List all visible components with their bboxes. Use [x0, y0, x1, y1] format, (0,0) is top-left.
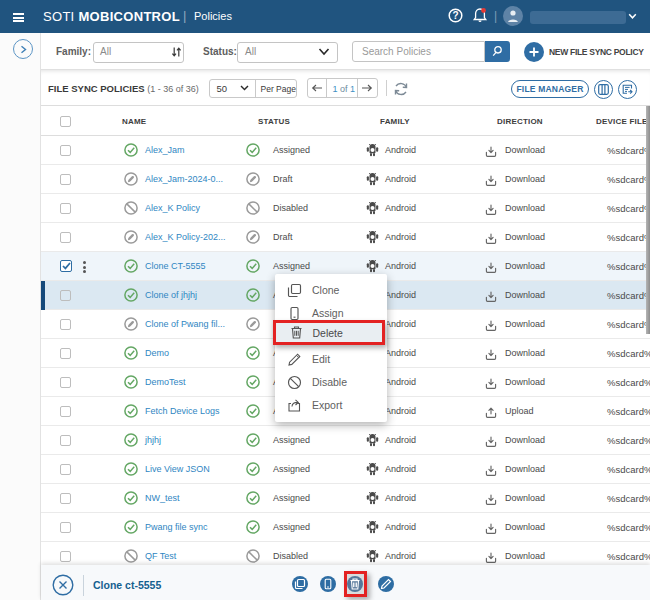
- svg-text:?: ?: [452, 10, 458, 21]
